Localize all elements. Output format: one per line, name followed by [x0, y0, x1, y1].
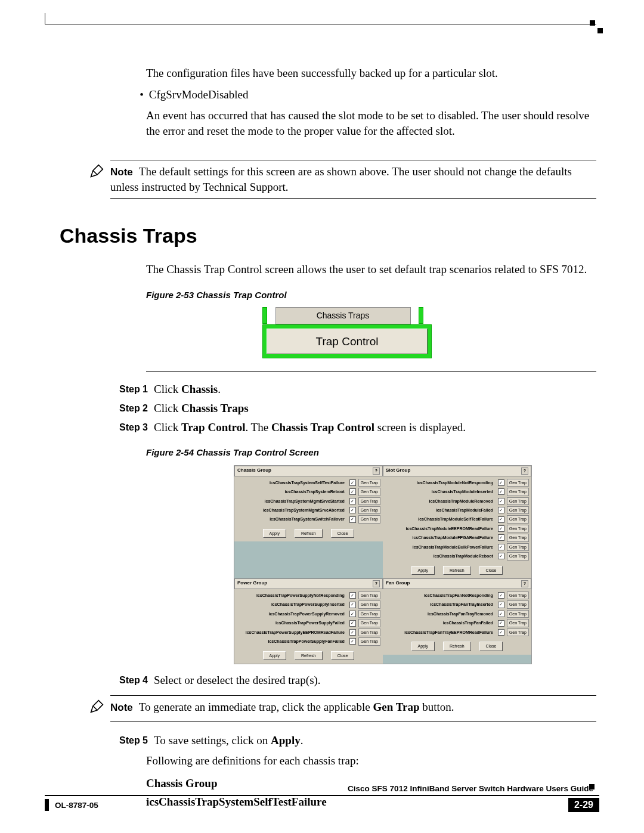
trap-checkbox[interactable]: ✓: [349, 479, 356, 486]
panel-body: icsChassisTrapSystemSelfTestFailure✓Gen …: [234, 476, 383, 526]
refresh-button[interactable]: Refresh: [295, 529, 323, 538]
trap-row: icsChassisTrapPowerSupplyFanFailed✓Gen T…: [237, 637, 380, 646]
note-text-pre: To generate an immediate trap, click the…: [139, 701, 373, 713]
gen-trap-button[interactable]: Gen Trap: [507, 525, 529, 532]
step-text: Click Chassis.: [154, 382, 596, 397]
rule: [110, 198, 596, 199]
figure-caption: Figure 2-53 Chassis Trap Control: [146, 289, 596, 301]
gen-trap-button[interactable]: Gen Trap: [358, 600, 380, 608]
gen-trap-button[interactable]: Gen Trap: [507, 488, 529, 496]
close-button[interactable]: Close: [331, 529, 355, 538]
trap-checkbox[interactable]: ✓: [498, 479, 504, 486]
trap-row: icsChassisTrapFanNotResponding✓Gen Trap: [385, 591, 529, 600]
gen-trap-button[interactable]: Gen Trap: [507, 497, 529, 505]
trap-checkbox[interactable]: ✓: [349, 488, 356, 495]
gen-trap-button[interactable]: Gen Trap: [358, 592, 380, 599]
gen-trap-button[interactable]: Gen Trap: [358, 506, 380, 514]
trap-checkbox[interactable]: ✓: [498, 602, 504, 608]
trap-control-button[interactable]: Trap Control: [267, 329, 428, 355]
refresh-button[interactable]: Refresh: [443, 642, 471, 651]
trap-checkbox[interactable]: ✓: [498, 516, 504, 523]
trap-checkbox[interactable]: ✓: [349, 638, 356, 645]
pencil-icon: [83, 695, 110, 719]
pencil-icon: [83, 160, 110, 183]
gen-trap-button[interactable]: Gen Trap: [507, 619, 529, 627]
gen-trap-button[interactable]: Gen Trap: [358, 515, 380, 523]
gen-trap-button[interactable]: Gen Trap: [507, 479, 529, 487]
refresh-button[interactable]: Refresh: [295, 651, 323, 660]
trap-checkbox[interactable]: ✓: [498, 592, 504, 599]
gen-trap-button[interactable]: Gen Trap: [507, 592, 529, 599]
gen-trap-button[interactable]: Gen Trap: [507, 600, 529, 608]
trap-checkbox[interactable]: ✓: [349, 507, 356, 513]
gen-trap-button[interactable]: Gen Trap: [507, 628, 529, 636]
trap-checkbox[interactable]: ✓: [498, 534, 504, 541]
gen-trap-button[interactable]: Gen Trap: [507, 515, 529, 523]
panel-header: Fan Group?: [383, 578, 531, 589]
trap-checkbox[interactable]: ✓: [498, 611, 504, 617]
gen-trap-button[interactable]: Gen Trap: [358, 610, 380, 618]
help-icon[interactable]: ?: [521, 580, 528, 587]
panel-buttons: Apply Refresh Close: [383, 639, 531, 654]
chassis-traps-tab[interactable]: Chassis Traps: [275, 307, 411, 324]
step-row: Step 5 To save settings, click on Apply.: [119, 733, 596, 748]
paragraph-backup: The configuration files have been succes…: [146, 66, 596, 81]
rule: [146, 371, 596, 372]
trap-checkbox[interactable]: ✓: [349, 611, 356, 617]
note-bold: Gen Trap: [373, 701, 420, 713]
apply-button[interactable]: Apply: [263, 651, 287, 660]
trap-row: icsChassisTrapFanTrayInserted✓Gen Trap: [385, 600, 529, 609]
trap-checkbox[interactable]: ✓: [349, 602, 356, 608]
gen-trap-button[interactable]: Gen Trap: [358, 619, 380, 627]
gen-trap-button[interactable]: Gen Trap: [507, 506, 529, 514]
trap-checkbox[interactable]: ✓: [498, 488, 504, 495]
gen-trap-button[interactable]: Gen Trap: [507, 543, 529, 551]
trap-checkbox[interactable]: ✓: [498, 507, 504, 513]
trap-checkbox[interactable]: ✓: [349, 498, 356, 504]
trap-checkbox[interactable]: ✓: [498, 498, 504, 504]
refresh-button[interactable]: Refresh: [443, 566, 471, 575]
bullet-icon: •: [137, 87, 146, 103]
close-button[interactable]: Close: [479, 566, 503, 575]
trap-checkbox[interactable]: ✓: [498, 620, 504, 627]
trap-row: icsChassisTrapModuleFPGAReadFailure✓Gen …: [385, 533, 529, 542]
trap-name: icsChassisTrapSystemMgmtSrvcAborted: [237, 507, 347, 513]
chassis-group-panel: Chassis Group? icsChassisTrapSystemSelfT…: [234, 466, 383, 578]
trap-checkbox[interactable]: ✓: [349, 516, 356, 523]
slot-group-panel: Slot Group? icsChassisTrapModuleNotRespo…: [383, 466, 531, 578]
panel-header: Slot Group?: [383, 466, 531, 476]
trap-control-highlight: Trap Control: [262, 324, 432, 359]
trap-row: icsChassisTrapSystemReboot✓Gen Trap: [237, 487, 380, 496]
gen-trap-button[interactable]: Gen Trap: [358, 488, 380, 496]
apply-button[interactable]: Apply: [263, 529, 287, 538]
gen-trap-button[interactable]: Gen Trap: [507, 534, 529, 541]
trap-row: icsChassisTrapModuleBulkPowerFailure✓Gen…: [385, 543, 529, 552]
help-icon[interactable]: ?: [373, 580, 380, 587]
trap-checkbox[interactable]: ✓: [498, 629, 504, 636]
footer-doc-id: OL-8787-05: [45, 799, 98, 811]
trap-row: icsChassisTrapFanFailed✓Gen Trap: [385, 618, 529, 627]
close-button[interactable]: Close: [479, 642, 503, 651]
trap-checkbox[interactable]: ✓: [349, 629, 356, 636]
apply-button[interactable]: Apply: [411, 566, 435, 575]
trap-checkbox[interactable]: ✓: [349, 592, 356, 599]
trap-name: icsChassisTrapFanNotResponding: [385, 593, 496, 598]
gen-trap-button[interactable]: Gen Trap: [507, 610, 529, 618]
gen-trap-button[interactable]: Gen Trap: [358, 637, 380, 645]
help-icon[interactable]: ?: [373, 467, 380, 475]
trap-checkbox[interactable]: ✓: [498, 525, 504, 532]
gen-trap-button[interactable]: Gen Trap: [358, 479, 380, 487]
trap-checkbox[interactable]: ✓: [349, 620, 356, 627]
empty-space: [234, 541, 383, 574]
close-button[interactable]: Close: [331, 651, 355, 660]
apply-button[interactable]: Apply: [411, 642, 435, 651]
trap-name: icsChassisTrapFanTrayRemoved: [385, 611, 496, 617]
gen-trap-button[interactable]: Gen Trap: [507, 552, 529, 560]
trap-checkbox[interactable]: ✓: [498, 544, 504, 550]
gen-trap-button[interactable]: Gen Trap: [358, 497, 380, 505]
help-icon[interactable]: ?: [521, 467, 528, 475]
trap-name: icsChassisTrapModuleFPGAReadFailure: [385, 535, 496, 540]
trap-name: icsChassisTrapModuleBulkPowerFailure: [385, 544, 496, 550]
gen-trap-button[interactable]: Gen Trap: [358, 628, 380, 636]
trap-checkbox[interactable]: ✓: [498, 553, 504, 559]
